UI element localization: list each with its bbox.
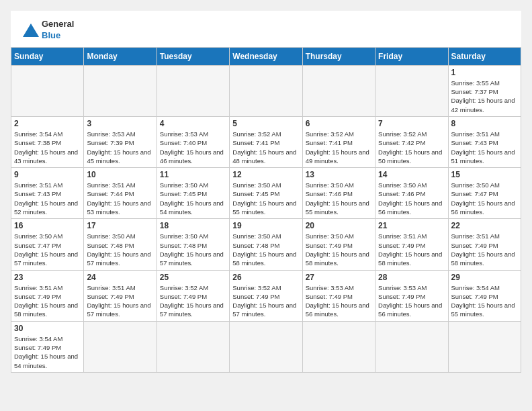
calendar-table: SundayMondayTuesdayWednesdayThursdayFrid… — [11, 47, 521, 373]
calendar-day-cell: 28Sunrise: 3:53 AM Sunset: 7:49 PM Dayli… — [375, 270, 448, 321]
calendar-day-cell: 12Sunrise: 3:50 AM Sunset: 7:45 PM Dayli… — [230, 168, 302, 219]
day-number: 12 — [232, 170, 299, 179]
calendar-day-cell — [11, 65, 84, 116]
calendar-day-cell: 23Sunrise: 3:51 AM Sunset: 7:49 PM Dayli… — [11, 270, 84, 321]
day-info: Sunrise: 3:52 AM Sunset: 7:42 PM Dayligh… — [378, 130, 445, 165]
day-number: 15 — [451, 170, 518, 179]
day-number: 20 — [306, 221, 372, 230]
calendar-day-cell — [302, 65, 375, 116]
day-info: Sunrise: 3:54 AM Sunset: 7:49 PM Dayligh… — [451, 283, 518, 319]
calendar-week-row: 2Sunrise: 3:54 AM Sunset: 7:38 PM Daylig… — [11, 116, 521, 167]
day-of-week-header: Sunday — [11, 47, 84, 65]
calendar-day-cell: 1Sunrise: 3:55 AM Sunset: 7:37 PM Daylig… — [448, 65, 521, 116]
calendar-day-cell: 15Sunrise: 3:50 AM Sunset: 7:47 PM Dayli… — [448, 168, 521, 219]
day-of-week-header: Monday — [84, 47, 157, 65]
calendar-day-cell: 7Sunrise: 3:52 AM Sunset: 7:42 PM Daylig… — [375, 116, 448, 167]
day-info: Sunrise: 3:52 AM Sunset: 7:49 PM Dayligh… — [232, 283, 299, 319]
calendar-week-row: 30Sunrise: 3:54 AM Sunset: 7:49 PM Dayli… — [11, 321, 521, 372]
day-number: 18 — [160, 221, 226, 230]
calendar-day-cell — [448, 321, 521, 372]
day-info: Sunrise: 3:50 AM Sunset: 7:45 PM Dayligh… — [160, 181, 226, 216]
calendar-day-cell — [375, 321, 448, 372]
calendar-day-cell: 25Sunrise: 3:52 AM Sunset: 7:49 PM Dayli… — [157, 270, 229, 321]
calendar-day-cell: 19Sunrise: 3:50 AM Sunset: 7:48 PM Dayli… — [230, 219, 302, 270]
day-info: Sunrise: 3:51 AM Sunset: 7:49 PM Dayligh… — [14, 283, 81, 319]
day-info: Sunrise: 3:53 AM Sunset: 7:49 PM Dayligh… — [306, 283, 372, 319]
day-info: Sunrise: 3:52 AM Sunset: 7:41 PM Dayligh… — [306, 130, 372, 165]
calendar-day-cell: 14Sunrise: 3:50 AM Sunset: 7:46 PM Dayli… — [375, 168, 448, 219]
calendar-day-cell: 26Sunrise: 3:52 AM Sunset: 7:49 PM Dayli… — [230, 270, 302, 321]
day-info: Sunrise: 3:54 AM Sunset: 7:49 PM Dayligh… — [14, 334, 81, 370]
calendar-week-row: 16Sunrise: 3:50 AM Sunset: 7:47 PM Dayli… — [11, 219, 521, 270]
calendar-day-cell: 20Sunrise: 3:50 AM Sunset: 7:49 PM Dayli… — [302, 219, 375, 270]
day-number: 19 — [232, 221, 299, 230]
day-info: Sunrise: 3:50 AM Sunset: 7:48 PM Dayligh… — [160, 232, 226, 267]
day-number: 17 — [87, 221, 153, 230]
day-of-week-header: Tuesday — [157, 47, 229, 65]
calendar-day-cell — [157, 65, 229, 116]
day-of-week-header: Friday — [375, 47, 448, 65]
calendar-day-cell: 30Sunrise: 3:54 AM Sunset: 7:49 PM Dayli… — [11, 321, 84, 372]
day-number: 30 — [14, 324, 81, 333]
calendar-day-cell: 2Sunrise: 3:54 AM Sunset: 7:38 PM Daylig… — [11, 116, 84, 167]
day-info: Sunrise: 3:50 AM Sunset: 7:48 PM Dayligh… — [87, 232, 153, 267]
calendar-day-cell — [84, 65, 157, 116]
calendar-day-cell: 18Sunrise: 3:50 AM Sunset: 7:48 PM Dayli… — [157, 219, 229, 270]
calendar-day-cell: 6Sunrise: 3:52 AM Sunset: 7:41 PM Daylig… — [302, 116, 375, 167]
day-number: 26 — [232, 273, 299, 282]
logo: General Blue — [21, 19, 74, 42]
calendar-day-cell: 11Sunrise: 3:50 AM Sunset: 7:45 PM Dayli… — [157, 168, 229, 219]
day-info: Sunrise: 3:50 AM Sunset: 7:49 PM Dayligh… — [306, 232, 372, 267]
day-info: Sunrise: 3:50 AM Sunset: 7:46 PM Dayligh… — [378, 181, 445, 216]
day-info: Sunrise: 3:50 AM Sunset: 7:45 PM Dayligh… — [232, 181, 299, 216]
day-info: Sunrise: 3:51 AM Sunset: 7:43 PM Dayligh… — [451, 130, 518, 165]
calendar-page: General Blue SundayMondayTuesdayWednesda… — [11, 11, 521, 373]
day-number: 28 — [378, 273, 445, 282]
calendar-day-cell — [230, 321, 302, 372]
day-number: 23 — [14, 273, 81, 282]
day-number: 3 — [87, 119, 153, 128]
day-info: Sunrise: 3:54 AM Sunset: 7:38 PM Dayligh… — [14, 130, 81, 165]
calendar-day-cell: 13Sunrise: 3:50 AM Sunset: 7:46 PM Dayli… — [302, 168, 375, 219]
calendar-day-cell: 29Sunrise: 3:54 AM Sunset: 7:49 PM Dayli… — [448, 270, 521, 321]
calendar-day-cell: 27Sunrise: 3:53 AM Sunset: 7:49 PM Dayli… — [302, 270, 375, 321]
calendar-day-cell: 16Sunrise: 3:50 AM Sunset: 7:47 PM Dayli… — [11, 219, 84, 270]
day-info: Sunrise: 3:51 AM Sunset: 7:49 PM Dayligh… — [451, 232, 518, 267]
day-number: 11 — [160, 170, 226, 179]
day-info: Sunrise: 3:52 AM Sunset: 7:41 PM Dayligh… — [232, 130, 299, 165]
calendar-day-cell: 24Sunrise: 3:51 AM Sunset: 7:49 PM Dayli… — [84, 270, 157, 321]
day-number: 13 — [306, 170, 372, 179]
day-info: Sunrise: 3:50 AM Sunset: 7:47 PM Dayligh… — [14, 232, 81, 267]
day-number: 8 — [451, 119, 518, 128]
day-info: Sunrise: 3:55 AM Sunset: 7:37 PM Dayligh… — [451, 79, 518, 114]
day-number: 24 — [87, 273, 153, 282]
svg-marker-0 — [23, 24, 39, 37]
calendar-day-cell: 8Sunrise: 3:51 AM Sunset: 7:43 PM Daylig… — [448, 116, 521, 167]
day-number: 29 — [451, 273, 518, 282]
calendar-day-cell: 10Sunrise: 3:51 AM Sunset: 7:44 PM Dayli… — [84, 168, 157, 219]
day-number: 5 — [232, 119, 299, 128]
logo-container: General Blue — [21, 19, 74, 42]
day-number: 21 — [378, 221, 445, 230]
day-of-week-header: Wednesday — [230, 47, 302, 65]
day-info: Sunrise: 3:50 AM Sunset: 7:48 PM Dayligh… — [232, 232, 299, 267]
calendar-day-cell: 22Sunrise: 3:51 AM Sunset: 7:49 PM Dayli… — [448, 219, 521, 270]
calendar-week-row: 1Sunrise: 3:55 AM Sunset: 7:37 PM Daylig… — [11, 65, 521, 116]
day-number: 4 — [160, 119, 226, 128]
calendar-day-cell: 4Sunrise: 3:53 AM Sunset: 7:40 PM Daylig… — [157, 116, 229, 167]
day-number: 6 — [306, 119, 372, 128]
day-info: Sunrise: 3:53 AM Sunset: 7:40 PM Dayligh… — [160, 130, 226, 165]
calendar-day-cell — [157, 321, 229, 372]
calendar-day-cell — [375, 65, 448, 116]
calendar-day-cell: 21Sunrise: 3:51 AM Sunset: 7:49 PM Dayli… — [375, 219, 448, 270]
calendar-day-cell: 5Sunrise: 3:52 AM Sunset: 7:41 PM Daylig… — [230, 116, 302, 167]
day-info: Sunrise: 3:52 AM Sunset: 7:49 PM Dayligh… — [160, 283, 226, 319]
day-number: 22 — [451, 221, 518, 230]
day-info: Sunrise: 3:50 AM Sunset: 7:46 PM Dayligh… — [306, 181, 372, 216]
calendar-day-cell — [302, 321, 375, 372]
day-number: 16 — [14, 221, 81, 230]
day-number: 9 — [14, 170, 81, 179]
day-number: 27 — [306, 273, 372, 282]
calendar-day-cell: 3Sunrise: 3:53 AM Sunset: 7:39 PM Daylig… — [84, 116, 157, 167]
calendar-day-cell: 17Sunrise: 3:50 AM Sunset: 7:48 PM Dayli… — [84, 219, 157, 270]
